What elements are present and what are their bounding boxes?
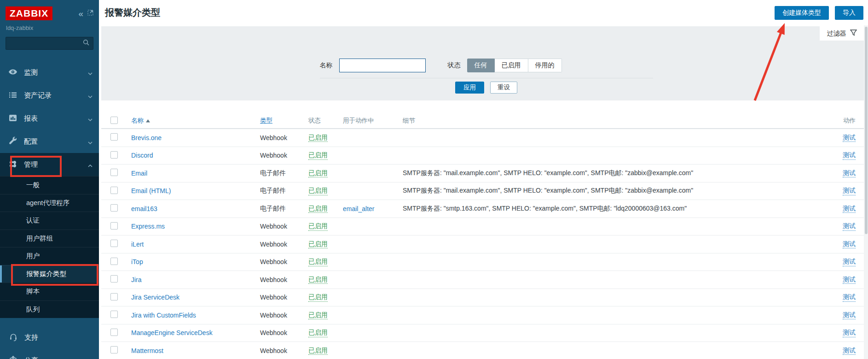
import-button[interactable]: 导入 <box>835 6 863 20</box>
search-icon[interactable] <box>83 39 89 47</box>
status-option-任何[interactable]: 任何 <box>467 59 495 72</box>
media-type-link[interactable]: Jira ServiceDesk <box>131 294 179 301</box>
status-enabled-link[interactable]: 已启用 <box>308 329 328 337</box>
name-filter-input[interactable] <box>339 59 426 72</box>
status-enabled-link[interactable]: 已启用 <box>308 240 328 249</box>
test-link[interactable]: 测试 <box>843 222 856 231</box>
test-link[interactable]: 测试 <box>843 151 856 160</box>
action-cell: 测试 <box>827 293 864 302</box>
test-link[interactable]: 测试 <box>843 134 856 142</box>
submenu-item-agent代理程序[interactable]: agent代理程序 <box>0 194 99 212</box>
action-cell: 测试 <box>827 187 864 195</box>
row-checkbox[interactable] <box>110 258 118 265</box>
status-cell: 已启用 <box>301 329 336 337</box>
status-cell: 已启用 <box>301 205 336 213</box>
row-checkbox[interactable] <box>110 240 118 247</box>
status-cell: 已启用 <box>301 151 336 160</box>
test-link[interactable]: 测试 <box>843 258 856 266</box>
submenu-item-认证[interactable]: 认证 <box>0 212 99 230</box>
test-link[interactable]: 测试 <box>843 240 856 249</box>
row-checkbox[interactable] <box>110 187 118 194</box>
media-type-link[interactable]: Mattermost <box>131 347 163 354</box>
test-link[interactable]: 测试 <box>843 205 856 213</box>
sort-by-name-link[interactable]: 名称 <box>131 117 144 124</box>
status-enabled-link[interactable]: 已启用 <box>308 276 328 284</box>
status-enabled-link[interactable]: 已启用 <box>308 134 328 142</box>
select-all-checkbox[interactable] <box>110 117 118 124</box>
sidebar-item-配置[interactable]: 配置 <box>0 130 99 153</box>
status-enabled-link[interactable]: 已启用 <box>308 347 328 355</box>
create-media-type-button[interactable]: 创建媒体类型 <box>775 6 829 20</box>
sidebar-item-监测[interactable]: 监测 <box>0 61 99 84</box>
footer-item-分享[interactable]: 分享 <box>0 350 99 359</box>
status-enabled-link[interactable]: 已启用 <box>308 222 328 231</box>
scrollbar-thumb[interactable] <box>865 27 868 234</box>
media-type-link[interactable]: iTop <box>131 258 143 265</box>
status-enabled-link[interactable]: 已启用 <box>308 293 328 302</box>
zabbix-logo[interactable]: ZABBIX <box>6 6 52 20</box>
test-link[interactable]: 测试 <box>843 276 856 284</box>
sidebar-item-管理[interactable]: 管理 <box>0 153 99 176</box>
row-checkbox[interactable] <box>110 133 118 141</box>
type-cell: Webhook <box>253 241 301 248</box>
submenu-item-用户[interactable]: 用户 <box>0 247 99 265</box>
row-checkbox[interactable] <box>110 151 118 159</box>
status-enabled-link[interactable]: 已启用 <box>308 151 328 160</box>
server-name: ldq-zabbix <box>0 20 99 31</box>
test-link[interactable]: 测试 <box>843 293 856 302</box>
row-checkbox[interactable] <box>110 346 118 353</box>
row-checkbox[interactable] <box>110 311 118 318</box>
action-usage-link[interactable]: email_alter <box>343 205 374 212</box>
sidebar-item-资产记录[interactable]: 资产记录 <box>0 84 99 107</box>
search-input[interactable] <box>10 40 83 47</box>
status-option-已启用[interactable]: 已启用 <box>495 59 528 72</box>
media-type-link[interactable]: Brevis.one <box>131 134 162 141</box>
media-type-link[interactable]: Express.ms <box>131 223 165 230</box>
reset-button[interactable]: 重设 <box>490 82 517 94</box>
row-checkbox-cell <box>101 240 124 248</box>
submenu-item-一般[interactable]: 一般 <box>0 176 99 194</box>
apply-button[interactable]: 应用 <box>455 82 484 94</box>
sidebar-item-label: 配置 <box>24 137 81 146</box>
row-checkbox[interactable] <box>110 275 118 282</box>
test-link[interactable]: 测试 <box>843 329 856 337</box>
media-type-link[interactable]: Email (HTML) <box>131 187 171 194</box>
vertical-scrollbar[interactable] <box>864 25 868 359</box>
media-type-link[interactable]: Email <box>131 170 147 177</box>
row-checkbox[interactable] <box>110 222 118 230</box>
submenu-item-报警媒介类型[interactable]: 报警媒介类型 <box>0 265 99 283</box>
collapse-sidebar-icon[interactable]: « <box>78 11 83 17</box>
test-link[interactable]: 测试 <box>843 311 856 320</box>
row-checkbox[interactable] <box>110 169 118 176</box>
media-type-link[interactable]: ManageEngine ServiceDesk <box>131 329 213 336</box>
status-option-停用的[interactable]: 停用的 <box>528 59 562 72</box>
footer-item-支持[interactable]: 支持 <box>0 327 99 347</box>
media-type-link[interactable]: Discord <box>131 152 153 159</box>
submenu-item-用户群组[interactable]: 用户群组 <box>0 230 99 247</box>
media-type-link[interactable]: email163 <box>131 205 157 212</box>
sidebar-search-box <box>6 37 93 50</box>
name-cell: Express.ms <box>124 223 253 230</box>
row-checkbox[interactable] <box>110 329 118 336</box>
status-enabled-link[interactable]: 已启用 <box>308 205 328 213</box>
test-link[interactable]: 测试 <box>843 347 856 355</box>
status-enabled-link[interactable]: 已启用 <box>308 258 328 266</box>
media-type-link[interactable]: Jira <box>131 276 142 283</box>
media-type-link[interactable]: iLert <box>131 241 144 248</box>
sidebar-item-报表[interactable]: 报表 <box>0 107 99 130</box>
test-link[interactable]: 测试 <box>843 187 856 195</box>
kiosk-mode-icon[interactable] <box>87 9 93 18</box>
test-link[interactable]: 测试 <box>843 169 856 178</box>
sidebar-header: ZABBIX « <box>0 0 99 20</box>
status-enabled-link[interactable]: 已启用 <box>308 311 328 320</box>
filter-tab[interactable]: 过滤器 <box>820 26 864 41</box>
sort-by-type-link[interactable]: 类型 <box>260 117 272 124</box>
status-enabled-link[interactable]: 已启用 <box>308 169 328 178</box>
media-type-link[interactable]: Jira with CustomFields <box>131 312 196 319</box>
status-enabled-link[interactable]: 已启用 <box>308 187 328 195</box>
row-checkbox[interactable] <box>110 204 118 212</box>
submenu-item-脚本[interactable]: 脚本 <box>0 282 99 300</box>
submenu-item-队列[interactable]: 队列 <box>0 300 99 318</box>
row-checkbox[interactable] <box>110 293 118 300</box>
status-cell: 已启用 <box>301 293 336 302</box>
